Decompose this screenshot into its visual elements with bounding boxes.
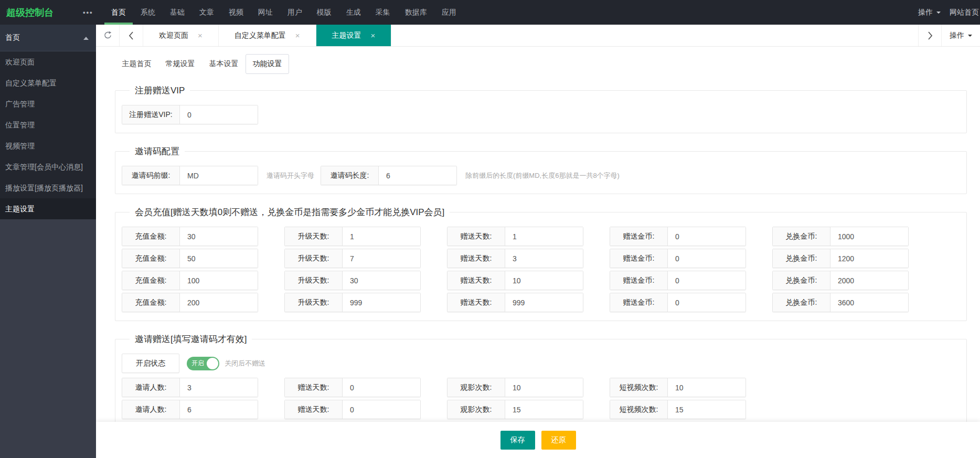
input-group: 邀请码前缀: xyxy=(122,166,258,185)
page-tab[interactable]: 主题设置× xyxy=(316,25,392,46)
field-input[interactable] xyxy=(343,293,420,312)
topnav-item[interactable]: 视频 xyxy=(221,0,251,25)
field-label: 注册赠送VIP: xyxy=(122,105,180,124)
topnav-item[interactable]: 基础 xyxy=(163,0,192,25)
field-label: 邀请人数: xyxy=(122,400,180,419)
sidebar-item[interactable]: 文章管理[会员中心消息] xyxy=(0,156,96,177)
field-rows: 注册赠送VIP: xyxy=(122,105,966,124)
page-tab[interactable]: 欢迎页面× xyxy=(143,25,219,46)
site-home-link[interactable]: 网站首页 xyxy=(950,8,980,17)
field-input[interactable] xyxy=(343,271,420,290)
field-input[interactable] xyxy=(343,378,420,397)
sidebar-item[interactable]: 广告管理 xyxy=(0,93,96,114)
field-input[interactable] xyxy=(180,271,258,290)
form-section: 邀请码配置邀请码前缀:邀请码开头字母邀请码长度:除前缀后的长度(前缀MD,长度6… xyxy=(115,145,967,194)
reset-button[interactable]: 还原 xyxy=(541,431,576,450)
field-input[interactable] xyxy=(343,227,420,246)
field-input[interactable] xyxy=(180,227,258,246)
field-label: 观影次数: xyxy=(448,400,505,419)
sidebar-group-label: 首页 xyxy=(5,33,20,42)
tabs-scroll-right-button[interactable] xyxy=(918,25,942,46)
field-label: 短视频次数: xyxy=(610,400,668,419)
field-input[interactable] xyxy=(668,378,745,397)
settings-tab[interactable]: 功能设置 xyxy=(246,54,289,74)
field-input[interactable] xyxy=(180,400,258,419)
sidebar-group-home[interactable]: 首页 xyxy=(0,25,96,51)
tabs-action-dropdown[interactable]: 操作 xyxy=(942,25,980,46)
topnav-item[interactable]: 生成 xyxy=(339,0,368,25)
field-input[interactable] xyxy=(343,249,420,268)
topnav-item[interactable]: 模版 xyxy=(310,0,339,25)
chevron-left-icon xyxy=(128,31,134,40)
field-input[interactable] xyxy=(668,227,745,246)
field-input[interactable] xyxy=(505,378,583,397)
sidebar-item[interactable]: 视频管理 xyxy=(0,135,96,156)
menu-collapse-icon[interactable]: ••• xyxy=(83,0,93,25)
topnav-item[interactable]: 首页 xyxy=(104,0,133,25)
topnav-item[interactable]: 文章 xyxy=(192,0,221,25)
tab-close-icon[interactable]: × xyxy=(371,31,376,40)
field-input[interactable] xyxy=(180,378,258,397)
input-group: 赠送天数: xyxy=(447,249,583,268)
sidebar-item[interactable]: 自定义菜单配置 xyxy=(0,72,96,93)
field-input[interactable] xyxy=(180,293,258,312)
field-input[interactable] xyxy=(180,249,258,268)
input-group: 充值金额: xyxy=(122,227,258,246)
field-input[interactable] xyxy=(668,293,745,312)
page-tab[interactable]: 自定义菜单配置× xyxy=(219,25,316,46)
save-button[interactable]: 保存 xyxy=(500,431,535,450)
invite-gift-toggle[interactable]: 开启 xyxy=(187,357,219,370)
topnav-item[interactable]: 用户 xyxy=(280,0,310,25)
input-group: 赠送金币: xyxy=(610,293,746,312)
topbar-action-dropdown[interactable]: 操作 xyxy=(909,8,950,17)
form-field: 短视频次数: xyxy=(610,400,746,419)
field-input[interactable] xyxy=(343,400,420,419)
field-input[interactable] xyxy=(668,249,745,268)
tabs-scroll-left-button[interactable] xyxy=(120,25,143,46)
field-label: 兑换金币: xyxy=(773,271,830,290)
field-input[interactable] xyxy=(180,105,258,124)
topnav-item[interactable]: 数据库 xyxy=(398,0,434,25)
field-input[interactable] xyxy=(668,271,745,290)
field-input[interactable] xyxy=(505,227,583,246)
tab-close-icon[interactable]: × xyxy=(198,31,203,40)
sidebar-item[interactable]: 主题设置 xyxy=(0,198,96,219)
settings-tab[interactable]: 基本设置 xyxy=(202,54,246,74)
form-field: 兑换金币: xyxy=(772,227,909,246)
field-label: 充值金额: xyxy=(122,293,180,312)
field-input[interactable] xyxy=(505,271,583,290)
form-field: 赠送金币: xyxy=(610,227,746,246)
field-label: 兑换金币: xyxy=(773,227,830,246)
input-group: 赠送金币: xyxy=(610,271,746,290)
field-input[interactable] xyxy=(505,400,583,419)
field-input[interactable] xyxy=(379,166,456,185)
settings-tab[interactable]: 常规设置 xyxy=(158,54,202,74)
topnav-item[interactable]: 系统 xyxy=(133,0,163,25)
sidebar-item[interactable]: 播放设置[播放页播放器] xyxy=(0,177,96,198)
tab-close-icon[interactable]: × xyxy=(295,31,300,40)
field-input[interactable] xyxy=(830,271,908,290)
field-input[interactable] xyxy=(830,293,908,312)
refresh-tab-button[interactable] xyxy=(96,25,120,46)
field-label: 赠送天数: xyxy=(285,400,343,419)
toggle-knob xyxy=(207,358,218,369)
field-input[interactable] xyxy=(505,293,583,312)
field-input[interactable] xyxy=(668,400,745,419)
sidebar-item[interactable]: 位置管理 xyxy=(0,114,96,135)
input-group: 升级天数: xyxy=(284,249,421,268)
field-label: 升级天数: xyxy=(285,227,343,246)
field-input[interactable] xyxy=(830,227,908,246)
settings-sections: 注册赠送VIP注册赠送VIP:邀请码配置邀请码前缀:邀请码开头字母邀请码长度:除… xyxy=(115,84,967,428)
form-field: 赠送金币: xyxy=(610,271,746,290)
field-input[interactable] xyxy=(505,249,583,268)
field-input[interactable] xyxy=(180,166,258,185)
field-row: 邀请人数:赠送天数:观影次数:短视频次数: xyxy=(122,378,966,397)
topnav-item[interactable]: 应用 xyxy=(434,0,464,25)
settings-tab[interactable]: 主题首页 xyxy=(115,54,158,74)
topnav-item[interactable]: 网址 xyxy=(251,0,280,25)
topnav-item[interactable]: 采集 xyxy=(368,0,398,25)
page-tab-label: 欢迎页面 xyxy=(159,31,188,40)
section-legend: 邀请赠送[填写邀请码才有效] xyxy=(130,333,252,345)
sidebar-item[interactable]: 欢迎页面 xyxy=(0,51,96,72)
field-input[interactable] xyxy=(830,249,908,268)
